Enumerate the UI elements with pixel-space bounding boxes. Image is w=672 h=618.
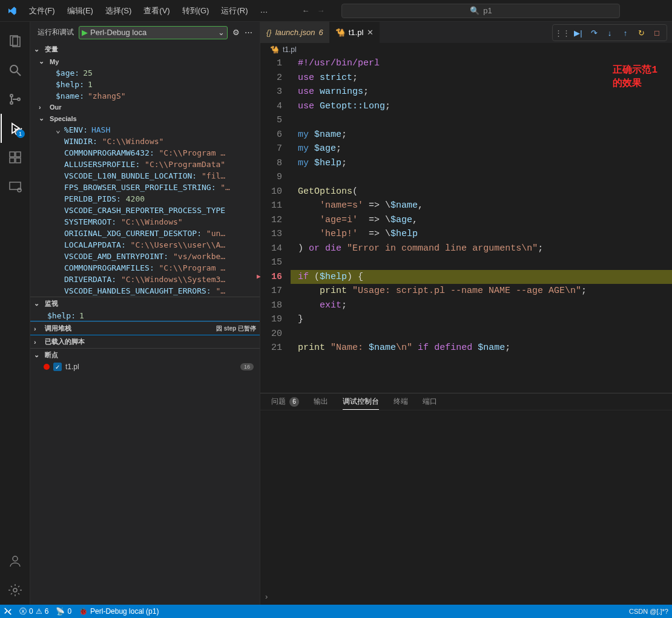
breadcrumb[interactable]: 🐪 t1.pl [260, 43, 672, 56]
perl-icon: 🐪 [335, 28, 345, 37]
code-line[interactable]: ) or die "Error in command line argument… [291, 242, 672, 256]
breakpoint-checkbox[interactable]: ✓ [53, 363, 62, 371]
code-line[interactable]: use Getopt::Long; [291, 99, 672, 114]
code-line[interactable] [291, 255, 672, 270]
status-radio[interactable]: 📡0 [56, 607, 71, 616]
activity-search[interactable] [1, 56, 30, 85]
code-line[interactable] [291, 170, 672, 185]
env-var-row[interactable]: VSCODE_CRASH_REPORTER_PROCESS_TYPE [30, 205, 260, 216]
menu-item[interactable]: 文件(F) [24, 3, 60, 19]
debug-config-select[interactable]: ▶ Perl-Debug loca ⌄ [79, 26, 228, 39]
env-header[interactable]: ⌄%ENV:HASH [30, 124, 260, 136]
svg-point-2 [10, 65, 18, 73]
close-icon[interactable]: ✕ [367, 28, 374, 37]
code-line[interactable]: 'age=i' => \$age, [291, 213, 672, 228]
menu-item[interactable]: 选择(S) [100, 3, 136, 19]
activity-debug[interactable]: 1 [1, 114, 30, 143]
env-var-row[interactable]: SYSTEMROOT: "C:\\Windows" [30, 216, 260, 228]
code-line[interactable]: my $name; [291, 128, 672, 142]
code-line[interactable]: my $help; [291, 156, 672, 171]
perl-icon: 🐪 [270, 45, 279, 54]
status-debug-config[interactable]: 🐞Perl-Debug local (p1) [79, 607, 159, 616]
code-line[interactable]: 'name=s' => \$name, [291, 199, 672, 213]
activity-explorer[interactable] [1, 27, 30, 56]
env-var-row[interactable]: WINDIR: "C:\\Windows" [30, 136, 260, 147]
section-watch[interactable]: ⌄监视 [30, 297, 260, 310]
debug-console-body[interactable]: › [260, 410, 672, 605]
gear-icon[interactable]: ⚙ [232, 28, 240, 37]
menu-item[interactable]: 查看(V) [139, 3, 174, 19]
variable-row[interactable]: $help: 1 [30, 79, 260, 90]
code-line[interactable]: 'help!' => \$help [291, 227, 672, 242]
env-var-row[interactable]: FPS_BROWSER_USER_PROFILE_STRING: "… [30, 182, 260, 193]
section-my[interactable]: ⌄My [30, 56, 260, 67]
panel-tab-debug-console[interactable]: 调试控制台 [343, 393, 379, 410]
activity-scm[interactable] [1, 85, 30, 114]
menu-item[interactable]: 运行(R) [216, 3, 252, 19]
env-var-row[interactable]: COMMONPROGRAMW6432: "C:\\Program … [30, 147, 260, 159]
svg-point-4 [10, 94, 13, 97]
step-over-button[interactable]: ↷ [587, 25, 601, 40]
env-var-row[interactable]: PERLDB_PIDS: 4200 [30, 193, 260, 205]
variable-row[interactable]: $age: 25 [30, 67, 260, 79]
breakpoint-row[interactable]: ✓ t1.pl 16 [30, 361, 260, 372]
code-editor[interactable]: 123456789101112131415161718192021 #!/usr… [260, 56, 672, 393]
env-var-row[interactable]: LOCALAPPDATA: "C:\\Users\\user\\A… [30, 239, 260, 251]
status-errors[interactable]: ⓧ0⚠6 [19, 606, 48, 617]
restart-button[interactable]: ↻ [634, 25, 648, 40]
activity-settings[interactable] [1, 576, 30, 605]
variable-row[interactable]: $name: "zhangS" [30, 90, 260, 102]
editor-area: {} launch.json 6 🐪 t1.pl ✕ ⋮⋮ ▶| ↷ ↓ ↑ ↻… [260, 22, 672, 605]
continue-button[interactable]: ▶| [571, 25, 585, 40]
activity-extensions[interactable] [1, 143, 30, 172]
menu-item[interactable]: 编辑(E) [62, 3, 98, 19]
panel-tab-problems[interactable]: 问题6 [271, 393, 299, 410]
activity-account[interactable] [1, 547, 30, 576]
more-icon[interactable]: ⋯ [245, 28, 252, 37]
section-callstack[interactable]: ›调用堆栈因 step 已暂停 [30, 321, 260, 335]
modified-badge: 6 [318, 28, 323, 37]
env-var-row[interactable]: COMMONPROGRAMFILES: "C:\\Program … [30, 262, 260, 274]
env-var-row[interactable]: DRIVERDATA: "C:\\Windows\\System3… [30, 274, 260, 285]
code-line[interactable]: print "Name: $name\n" if defined $name; [291, 341, 672, 355]
panel-tab-ports[interactable]: 端口 [423, 393, 437, 410]
section-our[interactable]: ›Our [30, 102, 260, 113]
code-line[interactable]: exit; [291, 298, 672, 313]
section-loaded[interactable]: ›已载入的脚本 [30, 335, 260, 348]
drag-handle-icon[interactable]: ⋮⋮ [555, 25, 570, 40]
nav-forward-icon[interactable]: → [317, 6, 324, 15]
env-var-row[interactable]: VSCODE_HANDLES_UNCAUGHT_ERRORS: "… [30, 285, 260, 297]
code-line[interactable] [291, 327, 672, 341]
menu-item[interactable]: … [255, 3, 272, 19]
panel-tab-terminal[interactable]: 终端 [394, 393, 408, 410]
tab-launch-json[interactable]: {} launch.json 6 [260, 22, 329, 43]
status-bar: ⓧ0⚠6 📡0 🐞Perl-Debug local (p1) CSDN @[.]… [0, 605, 672, 618]
watch-row[interactable]: $help: 1 [30, 310, 260, 321]
svg-point-15 [13, 588, 17, 592]
code-line[interactable]: print "Usage: script.pl --name NAME --ag… [291, 284, 672, 298]
svg-line-3 [17, 72, 21, 76]
stop-button[interactable]: □ [650, 25, 664, 40]
menu-item[interactable]: 转到(G) [177, 3, 214, 19]
status-remote[interactable] [4, 607, 12, 616]
section-specials[interactable]: ⌄Specials [30, 113, 260, 124]
env-var-row[interactable]: VSCODE_L10N_BUNDLE_LOCATION: "fil… [30, 170, 260, 182]
panel-tab-output[interactable]: 输出 [314, 393, 328, 410]
code-line[interactable]: my $age; [291, 142, 672, 156]
code-line[interactable]: GetOptions( [291, 185, 672, 199]
activity-remote[interactable] [1, 172, 30, 201]
code-line[interactable] [291, 113, 672, 128]
code-line[interactable]: if ($help) { [291, 270, 672, 284]
step-into-button[interactable]: ↓ [602, 25, 617, 40]
command-center[interactable]: 🔍 p1 [341, 4, 620, 18]
env-var-row[interactable]: ORIGINAL_XDG_CURRENT_DESKTOP: "un… [30, 228, 260, 239]
section-variables[interactable]: ⌄变量 [30, 43, 260, 56]
env-var-row[interactable]: ALLUSERSPROFILE: "C:\\ProgramData" [30, 159, 260, 170]
nav-back-icon[interactable]: ← [301, 6, 309, 15]
env-var-row[interactable]: VSCODE_AMD_ENTRYPOINT: "vs/workbe… [30, 251, 260, 262]
step-out-button[interactable]: ↑ [618, 25, 633, 40]
section-breakpoints[interactable]: ⌄断点 [30, 348, 260, 361]
svg-point-6 [18, 98, 20, 100]
code-line[interactable]: } [291, 312, 672, 327]
tab-t1-pl[interactable]: 🐪 t1.pl ✕ [329, 22, 380, 43]
